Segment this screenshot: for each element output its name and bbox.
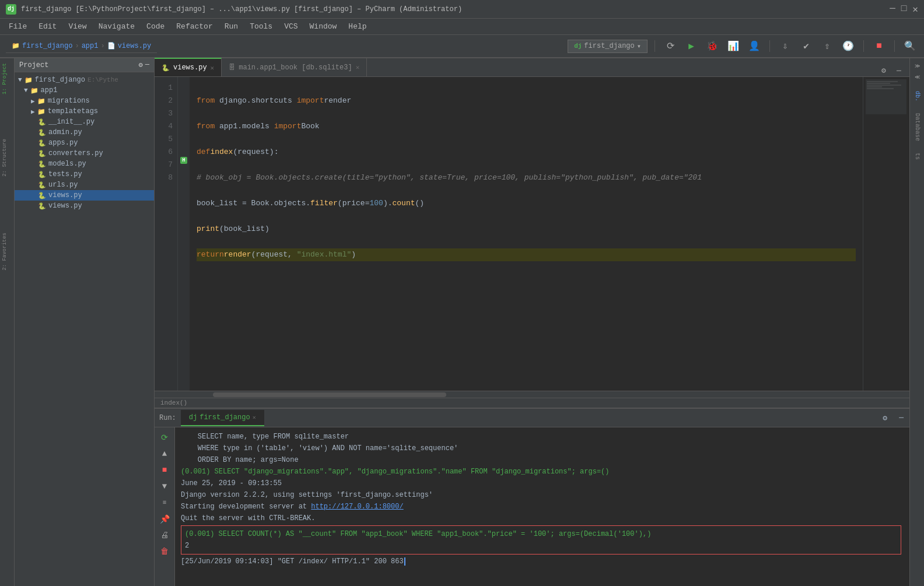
left-tab-project[interactable]: 1: Project [0, 58, 14, 99]
config-icon: dj [574, 43, 582, 50]
vcs-commit-button[interactable]: ✔ [798, 38, 814, 54]
scrollbar-thumb[interactable] [213, 392, 446, 397]
window-controls[interactable]: ─ □ ✕ [890, 3, 918, 15]
right-tab-db[interactable]: db. [912, 85, 922, 107]
tree-admin-label: admin.py [48, 128, 82, 136]
tree-item-urls[interactable]: 🐍 urls.py [15, 180, 154, 190]
project-minimize-icon[interactable]: ─ [145, 61, 149, 69]
search-button[interactable]: 🔍 [902, 38, 918, 54]
pin-button[interactable]: 📌 [158, 513, 171, 525]
menu-run[interactable]: Run [219, 20, 244, 33]
run-settings-btn[interactable]: ⚙ [877, 410, 893, 426]
separator3 [863, 40, 864, 52]
run-button[interactable]: ▶ [683, 38, 699, 54]
tab-db-close[interactable]: ✕ [356, 64, 360, 71]
tree-item-app1[interactable]: ▼ 📁 app1 [15, 85, 154, 96]
tree-item-admin[interactable]: 🐍 admin.py [15, 127, 154, 138]
tab-db-label: main.app1_book [db.sqlite3] [239, 64, 352, 72]
refresh-button[interactable]: ⟳ [662, 38, 678, 54]
clear-output-button[interactable]: ≡ [158, 496, 171, 509]
vcs-push-button[interactable]: ⇧ [819, 38, 835, 54]
tree-item-views[interactable]: 🐍 views.py [15, 190, 154, 201]
tree-item-templatetags[interactable]: ▶ 📁 templatetags [15, 106, 154, 117]
run-content: ⟳ ▲ ■ ▼ ≡ 📌 🖨 🗑 SELECT name, type FROM s… [155, 427, 909, 586]
editor-tab-bar: 🐍 views.py ✕ 🗄 main.app1_book [db.sqlite… [155, 58, 909, 77]
menu-help[interactable]: Help [342, 20, 372, 33]
tab-views-icon: 🐍 [162, 64, 170, 72]
minimap-content [866, 79, 907, 114]
menu-code[interactable]: Code [141, 20, 170, 33]
tab-views-close[interactable]: ✕ [211, 64, 215, 72]
menu-navigate[interactable]: Navigate [93, 20, 141, 33]
run-tab-close[interactable]: ✕ [253, 414, 256, 421]
menu-view[interactable]: View [62, 20, 92, 33]
tree-item-init[interactable]: 🐍 __init__.py [15, 117, 154, 127]
menu-window[interactable]: Window [304, 20, 343, 33]
close-button[interactable]: ✕ [912, 3, 918, 15]
left-tab-structure[interactable]: 2: Structure [0, 134, 14, 181]
project-settings-icon[interactable]: ⚙ [139, 61, 143, 69]
tree-item-converters[interactable]: 🐍 converters.py [15, 148, 154, 159]
tree-views-label: views.py [48, 191, 82, 199]
collapse-icon[interactable]: ≪ [915, 74, 920, 80]
code-line-2: from app1.models import Book [197, 120, 856, 133]
editor-minimize-btn[interactable]: ─ [893, 65, 905, 76]
editor-toolbar-right: ⚙ ─ [873, 65, 909, 76]
delete-button[interactable]: 🗑 [158, 545, 171, 558]
stop-button[interactable]: ■ [871, 38, 887, 54]
tree-item-tests[interactable]: 🐍 tests.py [15, 169, 154, 180]
breadcrumb-project[interactable]: first_django [22, 42, 72, 50]
print-button[interactable]: 🖨 [158, 529, 171, 542]
output-line-8: Quit the server with CTRL-BREAK. [181, 513, 904, 524]
expand-icon[interactable]: ≫ [915, 63, 920, 69]
debug-button[interactable]: 🐞 [704, 38, 720, 54]
tab-views-py[interactable]: 🐍 views.py ✕ [155, 58, 222, 76]
code-content[interactable]: from django.shortcuts import render from… [190, 77, 863, 391]
title-bar: dj first_django [E:\PythonProject\first_… [0, 0, 924, 19]
code-editor[interactable]: 1 2 3 4 5 6 7 8 H from dj [155, 77, 909, 391]
vcs-update-button[interactable]: ⇩ [777, 38, 793, 54]
menu-vcs[interactable]: VCS [278, 20, 303, 33]
menu-file[interactable]: File [3, 20, 33, 33]
maximize-button[interactable]: □ [901, 3, 907, 15]
menu-tools[interactable]: Tools [244, 20, 278, 33]
editor-status-line: index() [155, 398, 909, 408]
breadcrumb-file[interactable]: views.py [118, 42, 152, 50]
coverage-button[interactable]: 📊 [725, 38, 741, 54]
stop-run-button[interactable]: ■ [158, 464, 171, 476]
tree-item-migrations[interactable]: ▶ 📁 migrations [15, 96, 154, 106]
tree-init-label: __init__.py [48, 118, 94, 126]
horizontal-scrollbar[interactable] [155, 391, 909, 398]
profile-button[interactable]: 👤 [746, 38, 762, 54]
right-tab-ts[interactable]: ts [912, 147, 922, 166]
separator4 [894, 40, 895, 52]
tree-item-root[interactable]: ▼ 📁 first_django E:\Pythe [15, 75, 154, 85]
minimize-button[interactable]: ─ [890, 3, 895, 15]
vcs-history-button[interactable]: 🕐 [840, 38, 856, 54]
tree-item-models[interactable]: 🐍 models.py [15, 159, 154, 169]
server-url-link[interactable]: http://127.0.0.1:8000/ [311, 503, 403, 511]
breadcrumb-app[interactable]: app1 [82, 42, 99, 50]
tree-item-apps[interactable]: 🐍 apps.py [15, 138, 154, 148]
run-output-area: SELECT name, type FROM sqlite_master WHE… [175, 427, 909, 586]
right-tab-database[interactable]: Database [912, 107, 922, 147]
scroll-up-button[interactable]: ▲ [158, 447, 171, 460]
tree-item-views2[interactable]: 🐍 views.py [15, 201, 154, 211]
gutter: H [178, 77, 190, 391]
run-tab-icon: dj [189, 413, 197, 422]
left-tab-favorites[interactable]: 2: Favorites [0, 228, 14, 275]
code-line-6: print(book_list) [197, 223, 856, 236]
run-tab-first-django[interactable]: dj first_django ✕ [181, 410, 264, 426]
project-config-dropdown[interactable]: dj first_django ▾ [568, 40, 648, 53]
output-line-5: June 25, 2019 - 09:13:55 [181, 478, 904, 489]
editor-settings-btn[interactable]: ⚙ [878, 65, 890, 76]
main-layout: 1: Project 2: Structure 2: Favorites Pro… [0, 58, 924, 586]
menu-edit[interactable]: Edit [33, 20, 62, 33]
menu-refactor[interactable]: Refactor [170, 20, 218, 33]
rerun-button[interactable]: ⟳ [158, 431, 171, 444]
run-minimize-btn[interactable]: ─ [893, 410, 909, 426]
tab-db-sqlite3[interactable]: 🗄 main.app1_book [db.sqlite3] ✕ [222, 58, 367, 76]
output-line-6: Django version 2.2.2, using settings 'fi… [181, 489, 904, 501]
scroll-down-button[interactable]: ▼ [158, 480, 171, 493]
output-count: 2 [185, 540, 897, 552]
